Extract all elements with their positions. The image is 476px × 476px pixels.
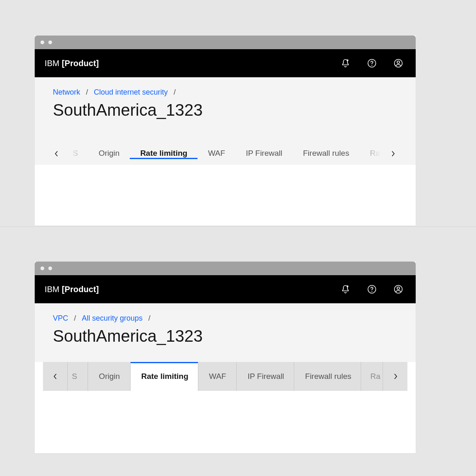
tab-waf[interactable]: WAF — [198, 149, 236, 159]
tabs-scroll-right[interactable] — [381, 143, 397, 165]
tabs-scroll-left[interactable] — [53, 143, 69, 165]
tabs-contained: S Origin Rate limiting WAF IP Firewall F… — [43, 362, 407, 391]
window-control-dot[interactable] — [48, 40, 52, 44]
tab-content — [35, 165, 416, 219]
page-title: SouthAmerica_1323 — [53, 327, 397, 345]
help-icon[interactable] — [367, 58, 377, 68]
tab-waf[interactable]: WAF — [198, 362, 237, 391]
breadcrumb-link-1[interactable]: Network — [53, 88, 80, 97]
tab-firewall-rules[interactable]: Firewall rules — [294, 362, 361, 391]
breadcrumb-separator: / — [148, 314, 150, 323]
tab-overflow-left[interactable]: S — [69, 149, 88, 159]
brand-light: IBM — [45, 59, 62, 68]
header-actions — [340, 284, 406, 294]
breadcrumb-separator: / — [74, 314, 76, 323]
tabs-line: S Origin Rate limiting WAF IP Firewall F… — [53, 143, 397, 165]
user-avatar-icon[interactable] — [393, 58, 403, 68]
tab-strip: S Origin Rate limiting WAF IP Firewall F… — [69, 149, 381, 159]
window-control-dot[interactable] — [40, 40, 44, 44]
page-header: VPC / All security groups / SouthAmerica… — [35, 303, 416, 362]
tab-overflow-left[interactable]: S — [68, 362, 88, 391]
breadcrumb-link-2[interactable]: Cloud internet security — [94, 88, 168, 97]
tab-content — [43, 391, 407, 449]
svg-point-0 — [347, 60, 348, 61]
svg-point-2 — [371, 65, 372, 66]
tab-strip: S Origin Rate limiting WAF IP Firewall F… — [68, 362, 383, 391]
notifications-icon[interactable] — [340, 58, 350, 68]
tab-rate-limiting[interactable]: Rate limiting — [130, 149, 198, 159]
tab-origin[interactable]: Origin — [88, 362, 130, 391]
tab-origin[interactable]: Origin — [88, 149, 130, 159]
svg-point-7 — [371, 291, 372, 292]
app-header: IBM [Product] — [35, 49, 416, 77]
tab-overflow-right[interactable]: Ra — [359, 149, 381, 159]
browser-window-line-tabs: IBM [Product] Network / Cloud internet s… — [35, 36, 416, 226]
window-titlebar — [35, 262, 416, 275]
user-avatar-icon[interactable] — [393, 284, 403, 294]
breadcrumb-separator: / — [174, 88, 176, 97]
breadcrumb-separator: / — [86, 88, 88, 97]
browser-window-contained-tabs: IBM [Product] VPC / All security groups … — [35, 262, 416, 453]
window-control-dot[interactable] — [48, 267, 52, 270]
header-actions — [340, 58, 406, 68]
tab-ip-firewall[interactable]: IP Firewall — [236, 149, 293, 159]
tab-overflow-right[interactable]: Ra — [361, 362, 383, 391]
help-icon[interactable] — [367, 284, 377, 294]
brand-bold: [Product] — [62, 59, 99, 68]
tab-rate-limiting[interactable]: Rate limiting — [131, 362, 198, 391]
breadcrumb: VPC / All security groups / — [53, 314, 397, 323]
brand-light: IBM — [45, 285, 62, 294]
tab-ip-firewall[interactable]: IP Firewall — [237, 362, 294, 391]
window-titlebar — [35, 36, 416, 49]
notifications-icon[interactable] — [340, 284, 350, 294]
breadcrumb-link-1[interactable]: VPC — [53, 314, 68, 323]
tabs-scroll-right[interactable] — [383, 362, 407, 391]
example-divider — [0, 226, 476, 227]
app-header: IBM [Product] — [35, 275, 416, 303]
tab-firewall-rules[interactable]: Firewall rules — [293, 149, 359, 159]
svg-point-9 — [397, 287, 400, 290]
breadcrumb: Network / Cloud internet security / — [53, 88, 397, 97]
tabs-scroll-left[interactable] — [43, 362, 68, 391]
page-title: SouthAmerica_1323 — [53, 101, 397, 119]
breadcrumb-link-2[interactable]: All security groups — [82, 314, 143, 323]
product-brand: IBM [Product] — [45, 59, 99, 68]
svg-point-4 — [397, 61, 400, 64]
brand-bold: [Product] — [62, 285, 99, 294]
window-control-dot[interactable] — [40, 267, 44, 270]
svg-point-5 — [347, 286, 348, 287]
product-brand: IBM [Product] — [45, 285, 99, 294]
page-header: Network / Cloud internet security / Sout… — [35, 77, 416, 165]
